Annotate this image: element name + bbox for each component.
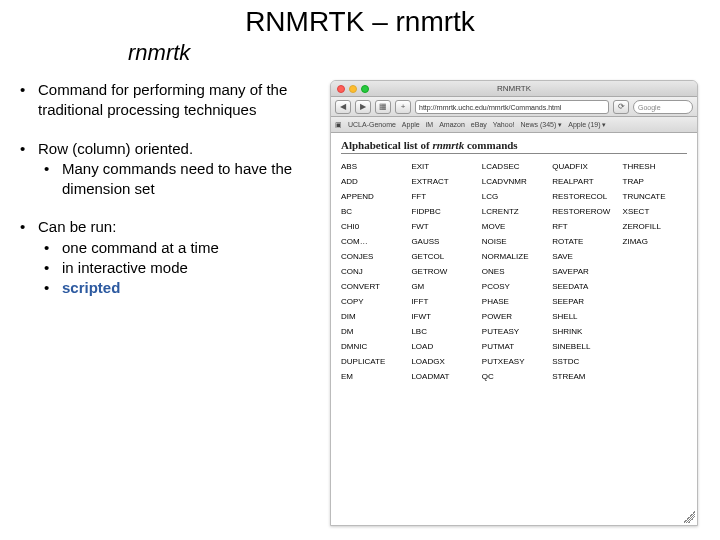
command-link[interactable]: GETROW [411,267,475,276]
command-link[interactable]: SAVE [552,252,616,261]
command-link[interactable]: PUTEASY [482,327,546,336]
bookmark-item[interactable]: Apple [402,121,420,128]
bookmark-item[interactable]: News (345) ▾ [520,121,562,129]
command-link[interactable]: COPY [341,297,405,306]
command-link[interactable]: BC [341,207,405,216]
command-link[interactable]: PUTMAT [482,342,546,351]
list-item: one command at a time [44,238,310,258]
bullet-list: Command for performing many of the tradi… [20,80,310,316]
command-link[interactable]: PHASE [482,297,546,306]
add-button[interactable]: + [395,100,411,114]
bookmark-item[interactable]: Amazon [439,121,465,128]
command-link[interactable]: GAUSS [411,237,475,246]
command-link[interactable]: FWT [411,222,475,231]
command-link[interactable]: RESTOREROW [552,207,616,216]
command-link[interactable]: ADD [341,177,405,186]
list-item: Many commands need to have the dimension… [44,159,310,200]
bookmarks-bar: ▣ UCLA-Genome Apple iM Amazon eBay Yahoo… [331,117,697,133]
command-link[interactable]: EXIT [411,162,475,171]
command-link[interactable]: NOISE [482,237,546,246]
bookmarks-button[interactable]: ▦ [375,100,391,114]
command-link[interactable]: LBC [411,327,475,336]
command-link[interactable]: REALPART [552,177,616,186]
command-link[interactable]: TRUNCATE [623,192,687,201]
list-item: scripted [44,278,310,298]
page-heading: Alphabetical list of rnmrtk commands [341,139,687,154]
command-link[interactable]: XSECT [623,207,687,216]
command-link[interactable]: STREAM [552,372,616,381]
command-link[interactable]: ONES [482,267,546,276]
command-link[interactable]: SHRINK [552,327,616,336]
command-link[interactable]: POWER [482,312,546,321]
forward-button[interactable]: ▶ [355,100,371,114]
command-link[interactable]: NORMALIZE [482,252,546,261]
command-link[interactable]: LOADGX [411,357,475,366]
list-item: Command for performing many of the tradi… [20,80,310,121]
reload-button[interactable]: ⟳ [613,100,629,114]
command-link[interactable]: CONJ [341,267,405,276]
command-link[interactable]: LOADMAT [411,372,475,381]
command-link[interactable]: EXTRACT [411,177,475,186]
command-link[interactable]: SHELL [552,312,616,321]
command-link [623,327,687,336]
command-link [623,297,687,306]
command-grid: ABSADDAPPENDBCCHI0COM…CONJESCONJCONVERTC… [341,162,687,387]
command-link[interactable]: DUPLICATE [341,357,405,366]
command-link[interactable]: THRESH [623,162,687,171]
url-field[interactable]: http://rnmrtk.uchc.edu/rnmrtk/Commands.h… [415,100,609,114]
command-link [623,252,687,261]
command-link[interactable]: EM [341,372,405,381]
command-link[interactable]: ZIMAG [623,237,687,246]
search-field[interactable]: Google [633,100,693,114]
back-button[interactable]: ◀ [335,100,351,114]
window-titlebar: RNMRTK [331,81,697,97]
command-link [623,312,687,321]
command-link[interactable]: FFT [411,192,475,201]
command-link[interactable]: DM [341,327,405,336]
command-link[interactable]: ABS [341,162,405,171]
command-link[interactable]: APPEND [341,192,405,201]
command-link[interactable]: ZEROFILL [623,222,687,231]
command-link[interactable]: TRAP [623,177,687,186]
command-link[interactable]: DMNIC [341,342,405,351]
command-link[interactable]: CONVERT [341,282,405,291]
command-link[interactable]: QUADFIX [552,162,616,171]
command-link[interactable]: RFT [552,222,616,231]
command-link[interactable]: SSTDC [552,357,616,366]
command-link[interactable]: GETCOL [411,252,475,261]
command-link[interactable]: SAVEPAR [552,267,616,276]
command-link[interactable]: DIM [341,312,405,321]
command-link[interactable]: FIDPBC [411,207,475,216]
command-link[interactable]: MOVE [482,222,546,231]
command-link[interactable]: CHI0 [341,222,405,231]
resize-handle-icon[interactable] [683,511,695,523]
command-link[interactable]: SEEPAR [552,297,616,306]
command-link[interactable]: LCADSEC [482,162,546,171]
command-link[interactable]: RESTORECOL [552,192,616,201]
command-link[interactable]: LCADVNMR [482,177,546,186]
bookmarks-menu-icon[interactable]: ▣ [335,121,342,129]
command-link[interactable]: GM [411,282,475,291]
bookmark-item[interactable]: Yahoo! [493,121,515,128]
command-link [623,357,687,366]
command-link[interactable]: LCRENTZ [482,207,546,216]
bookmark-item[interactable]: Apple (19) ▾ [568,121,606,129]
command-link[interactable]: SEEDATA [552,282,616,291]
bookmark-item[interactable]: UCLA-Genome [348,121,396,128]
command-link[interactable]: ROTATE [552,237,616,246]
command-link[interactable]: SINEBELL [552,342,616,351]
command-link[interactable]: LCG [482,192,546,201]
command-link[interactable]: IFFT [411,297,475,306]
command-link[interactable]: COM… [341,237,405,246]
list-item: in interactive mode [44,258,310,278]
command-link[interactable]: IFWT [411,312,475,321]
list-item: Row (column) oriented. [20,139,310,159]
bookmark-item[interactable]: eBay [471,121,487,128]
browser-toolbar: ◀ ▶ ▦ + http://rnmrtk.uchc.edu/rnmrtk/Co… [331,97,697,117]
command-link[interactable]: LOAD [411,342,475,351]
command-link[interactable]: QC [482,372,546,381]
command-link[interactable]: CONJES [341,252,405,261]
command-link[interactable]: PUTXEASY [482,357,546,366]
bookmark-item[interactable]: iM [426,121,433,128]
command-link[interactable]: PCOSY [482,282,546,291]
